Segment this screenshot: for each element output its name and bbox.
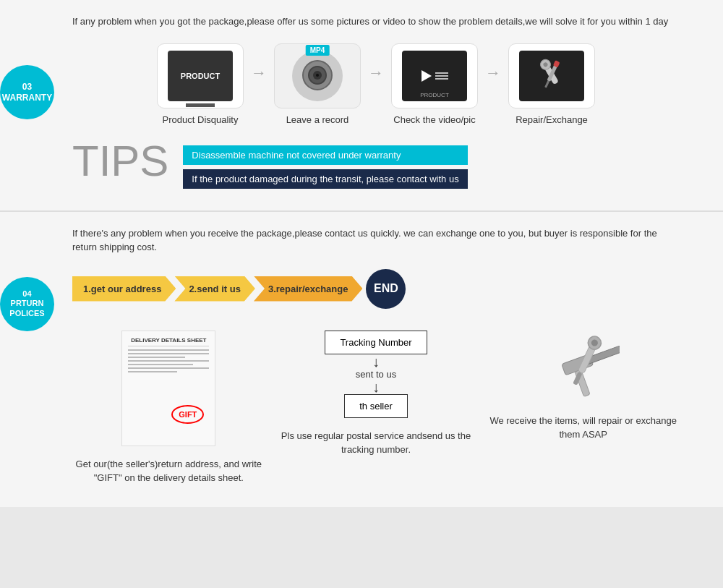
product-label: PRODUCT <box>181 72 220 80</box>
step1-label: Product Disquality <box>163 114 239 125</box>
step4-img <box>508 43 595 108</box>
tips-section: TIPS Disassemble machine not covered und… <box>72 140 680 189</box>
step1-img: PRODUCT <box>157 43 244 108</box>
return-badge: 04 PRTURN POLICES <box>0 277 54 331</box>
svg-point-3 <box>316 74 319 77</box>
delivery-lines <box>128 349 209 372</box>
tracking-arrow: ↓ <box>372 354 380 369</box>
flow-step-2: 2.send it us <box>174 276 255 302</box>
product-screen: PRODUCT <box>168 51 233 101</box>
ds-line-3 <box>128 357 184 358</box>
delivery-item: DELIVERY DETAILS SHEET GIFT Get our(the … <box>72 331 265 485</box>
step2-img: MP4 <box>274 43 361 108</box>
ds-line-6 <box>128 367 209 369</box>
mp4-badge: MP4 <box>306 45 330 56</box>
arrow3: → <box>485 64 501 82</box>
tools-large-icon <box>547 331 620 403</box>
svg-rect-8 <box>544 80 549 88</box>
tracking-bottom-box: th seller <box>344 394 408 418</box>
video-product-label: PRODUCT <box>420 92 449 98</box>
tips-title: TIPS <box>72 140 168 183</box>
delivery-sheet: DELIVERY DETAILS SHEET GIFT <box>121 331 215 446</box>
return-intro: If there's any problem when you receive … <box>72 226 680 255</box>
tracking-arrow2: ↓ <box>372 380 380 394</box>
step-product-disquality: PRODUCT Product Disquality <box>157 43 244 125</box>
tracking-top-box: Tracking Number <box>325 331 427 354</box>
warranty-section: If any problem when you got the package,… <box>0 0 723 212</box>
tracking-item: Tracking Number ↓ sent to us ↓ th seller… <box>280 331 473 457</box>
flow-step-3: 3.repair/exchange <box>254 276 363 302</box>
warranty-steps: PRODUCT Product Disquality → MP4 <box>72 43 680 125</box>
step-check-video: PRODUCT Check the video/pic <box>391 43 478 125</box>
tools-icon-small <box>519 51 584 101</box>
flow-step-1: 1.get our address <box>72 276 176 302</box>
tracking-sent-label: sent to us <box>356 369 396 380</box>
tip2: If the product damaged during the transi… <box>183 169 467 189</box>
arrow2: → <box>368 64 384 82</box>
gift-label: GIFT <box>171 405 204 424</box>
repair-item: We receive the items, will repair or exc… <box>487 331 680 442</box>
return-section: If there's any problem when you receive … <box>0 212 723 507</box>
ds-line-5 <box>128 364 193 365</box>
return-flow: 1.get our address 2.send it us 3.repair/… <box>72 269 680 309</box>
tracking-diagram: Tracking Number ↓ sent to us ↓ th seller <box>325 331 427 418</box>
video-screen: PRODUCT <box>402 51 467 101</box>
step2-label: Leave a record <box>286 114 349 125</box>
arrow1: → <box>251 64 267 82</box>
warranty-intro: If any problem when you got the package,… <box>72 14 680 29</box>
flow-end: END <box>366 269 406 309</box>
tracking-caption: Pls use regular postal service andsend u… <box>280 429 473 457</box>
step3-label: Check the video/pic <box>393 114 475 125</box>
ds-line-7 <box>128 371 176 372</box>
warranty-badge: 03 WARRANTY <box>0 65 54 119</box>
ds-line-4 <box>128 360 209 362</box>
step3-img: PRODUCT <box>391 43 478 108</box>
return-details: DELIVERY DETAILS SHEET GIFT Get our(the … <box>72 331 680 485</box>
main-container: If any problem when you got the package,… <box>0 0 723 507</box>
step4-label: Repair/Exchange <box>515 114 588 125</box>
delivery-caption: Get our(the seller's)return address, and… <box>72 457 265 485</box>
tools-caption: We receive the items, will repair or exc… <box>487 414 680 442</box>
ds-line-1 <box>128 349 209 351</box>
tips-boxes: Disassemble machine not covered under wa… <box>183 145 467 189</box>
tip1: Disassemble machine not covered under wa… <box>183 145 467 165</box>
delivery-title: DELIVERY DETAILS SHEET <box>128 337 209 346</box>
step-repair: Repair/Exchange <box>508 43 595 125</box>
step-leave-record: MP4 Leave a record <box>274 43 361 125</box>
ds-line-2 <box>128 353 209 354</box>
camera-icon <box>292 51 343 101</box>
